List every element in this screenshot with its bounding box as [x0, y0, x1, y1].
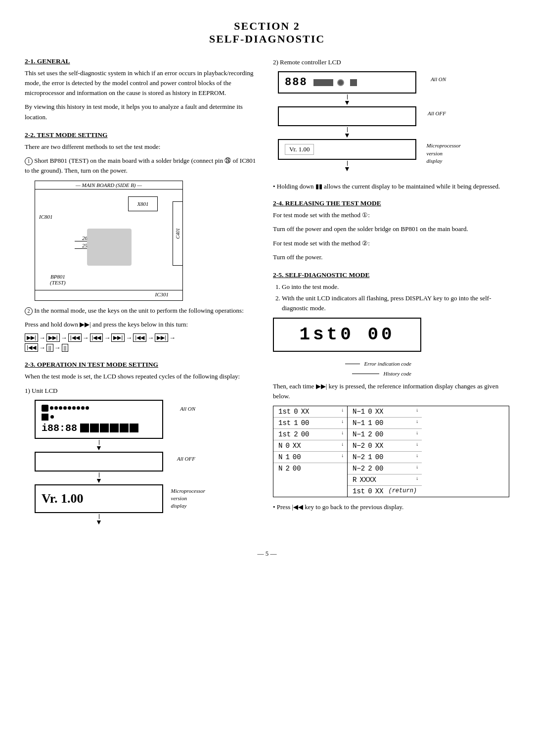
key-rew1: |◀◀	[68, 333, 82, 342]
step-2: With the unit LCD indicators all flashin…	[282, 293, 509, 313]
l2-down: ↓	[341, 419, 344, 425]
remote-version-inner: Vr. 1.00	[285, 144, 314, 155]
ret-c3: XX	[375, 487, 384, 495]
title-line2: SELF-DIAGNOSTIC	[25, 33, 509, 46]
unit-lcd-flow: i88:88 All ON	[35, 400, 261, 526]
section-24-m2-intro: For test mode set with the method ②:	[273, 238, 509, 248]
page-title: SECTION 2 SELF-DIAGNOSTIC	[25, 20, 509, 46]
arrow2: →	[61, 334, 67, 342]
key-ffd4: ▶▶|	[155, 333, 168, 342]
l1-down: ↓	[341, 408, 344, 413]
remote-version-box: Vr. 1.00	[278, 139, 416, 160]
remote-version-wrap: Vr. 1.00 Microprocessor version display	[278, 139, 416, 160]
key-ffd1: ▶▶|	[25, 333, 38, 342]
section-25-step3: Then, each time ▶▶| key is pressed, the …	[273, 381, 509, 401]
history-label: History code	[383, 371, 411, 377]
ref-col-right: N−1 0 XX ↓ N−1 1 00 ↓ N−1 2 00	[348, 406, 422, 497]
key-sequence-row1: ▶▶| → ▶▶| → |◀◀ → |◀◀ → ▶▶| → |◀◀ → ▶▶| …	[25, 333, 261, 342]
remote-allon-label: All ON	[431, 76, 446, 82]
lcd-dots	[50, 406, 89, 410]
r2-c3: 00	[375, 419, 384, 427]
remote-arrow-3: ▼	[278, 160, 416, 173]
ref-row-r5: N−2 1 00 ↓	[348, 452, 422, 463]
key-ffd3: ▶▶|	[111, 333, 125, 342]
board-line2	[75, 248, 87, 249]
remote-arrow-1: ▼	[278, 94, 416, 106]
error-label: Error indication code	[364, 361, 411, 367]
section-22-method1: 1 Short BP801 (TEST) on the main board w…	[25, 156, 261, 176]
r5-down: ↓	[416, 453, 419, 459]
l2-c2: 1	[294, 419, 298, 427]
remote-sq1	[350, 79, 357, 86]
section-24-m1-text: Turn off the power and open the solder b…	[273, 224, 509, 234]
allon-box-wrap: i88:88 All ON	[35, 400, 163, 439]
arrow4: →	[104, 334, 110, 342]
l2-c3: 00	[301, 419, 310, 427]
l3-label: 1st	[278, 430, 291, 438]
section-22-method1-text: Short BP801 (TEST) on the main board wit…	[25, 157, 256, 174]
l6-c2: 2	[285, 465, 289, 472]
ref-row-l5: N 1 00 ↓	[273, 452, 347, 463]
r6-c3: 00	[375, 465, 384, 472]
section-21-heading: 2-1. GENERAL	[25, 57, 261, 65]
remote-seg-row: 888	[285, 76, 409, 89]
r5-c2: 1	[368, 453, 372, 461]
ret-note: (return)	[388, 487, 417, 495]
r5-c3: 00	[375, 453, 384, 461]
arrow5: →	[126, 334, 132, 342]
arrow6: →	[147, 334, 154, 342]
remote-lcd-section: 2) Remote controller LCD 888 All ON	[273, 57, 509, 173]
holding-note: • Holding down ▮▮ allows the current dis…	[273, 182, 509, 191]
section-22-press: Press and hold down ▶▶| and press the ke…	[25, 320, 261, 330]
alloff-label: All OFF	[177, 456, 195, 462]
r3-down: ↓	[416, 430, 419, 436]
board-bottom-line	[35, 290, 182, 290]
ret-c2: 0	[368, 487, 372, 495]
key-sequence-row2: |◀◀ → || → ||	[25, 343, 261, 352]
section-22: 2-2. TEST MODE SETTING There are two dif…	[25, 131, 261, 352]
ref-row-l4: N 0 XX ↓	[273, 440, 347, 452]
section-23-heading: 2-3. OPERATION IN TEST MODE SETTING	[25, 361, 261, 369]
ref-row-r1: N−1 0 XX ↓	[348, 406, 422, 418]
error-label-wrap: Error indication code	[345, 361, 411, 367]
board-bp801: BP801 (TEST)	[50, 274, 66, 285]
back-note: • Press |◀◀ key to go back to the previo…	[273, 502, 509, 512]
allon-box: i88:88	[35, 400, 163, 439]
r-label: R	[353, 476, 356, 484]
board-x801-label: X801	[137, 201, 148, 207]
l1-c3: XX	[301, 408, 310, 416]
flow-arrow-1: ▼	[35, 439, 163, 452]
r2-label: N−1	[353, 419, 365, 427]
remote-seg-text: 888	[285, 76, 308, 89]
remote-version-label: Microprocessor version display	[427, 142, 461, 165]
section-24-m1-intro-text: For test mode set with the method ①:	[273, 211, 370, 219]
remote-lcd-label: 2) Remote controller LCD	[273, 57, 509, 67]
arrow3: →	[83, 334, 89, 342]
arrow8: →	[39, 344, 45, 352]
l4-c2: 0	[285, 442, 289, 450]
key-pause2: ||	[62, 344, 69, 352]
section-23-intro: When the test mode is set, the LCD shows…	[25, 372, 261, 381]
remote-arrow-2: ▼	[278, 126, 416, 139]
section-25-steps: Go into the test mode. With the unit LCD…	[273, 282, 509, 313]
board-ic801: IC801	[39, 214, 53, 220]
circled-1: 1	[25, 157, 33, 165]
flow-arrow-3: ▼	[35, 513, 163, 526]
key-pause1: ||	[46, 344, 53, 352]
ref-row-l2: 1st 1 00 ↓	[273, 418, 347, 429]
ref-row-r4: N−2 0 XX ↓	[348, 440, 422, 452]
allon-label: All ON	[180, 406, 195, 412]
alloff-box-wrap: All OFF	[35, 452, 163, 472]
l4-down: ↓	[341, 442, 344, 447]
board-inner: X801 IC801 26 25 C401	[35, 191, 182, 300]
l3-c2: 2	[294, 430, 298, 438]
lcd-sq2	[42, 414, 48, 421]
l3-c3: 00	[301, 430, 310, 438]
key-rew4: |◀◀	[25, 343, 38, 352]
flow-arrow-2: ▼	[35, 472, 163, 484]
ref-row-r6: N−2 2 00 ↓	[348, 463, 422, 474]
selfdiag-display: 1st0 00	[273, 318, 421, 352]
r4-down: ↓	[416, 442, 419, 447]
section-25: 2-5. SELF-DIAGNOSTIC MODE Go into the te…	[273, 271, 509, 512]
r-c3: XXXX	[359, 476, 376, 484]
